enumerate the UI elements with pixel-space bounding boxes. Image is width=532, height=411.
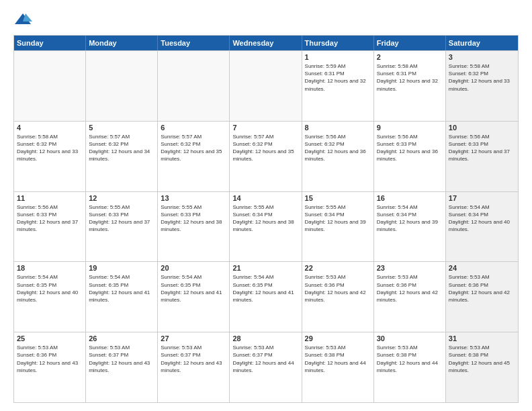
calendar-cell: 29Sunrise: 5:53 AMSunset: 6:38 PMDayligh… — [302, 332, 374, 402]
calendar-cell: 19Sunrise: 5:54 AMSunset: 6:35 PMDayligh… — [86, 262, 158, 332]
cell-text: Sunrise: 5:55 AMSunset: 6:34 PMDaylight:… — [305, 203, 371, 234]
calendar-cell: 20Sunrise: 5:54 AMSunset: 6:35 PMDayligh… — [158, 262, 230, 332]
day-number: 12 — [89, 194, 154, 202]
cell-text: Sunrise: 5:54 AMSunset: 6:35 PMDaylight:… — [232, 273, 298, 304]
cell-text: Sunrise: 5:57 AMSunset: 6:32 PMDaylight:… — [232, 133, 298, 163]
day-number: 21 — [232, 264, 298, 272]
calendar: SundayMondayTuesdayWednesdayThursdayFrid… — [13, 35, 519, 403]
header-day-sunday: Sunday — [14, 36, 86, 50]
calendar-cell: 26Sunrise: 5:53 AMSunset: 6:37 PMDayligh… — [86, 332, 158, 402]
cell-text: Sunrise: 5:54 AMSunset: 6:35 PMDaylight:… — [161, 273, 226, 304]
day-number: 27 — [161, 334, 226, 342]
calendar-body: 1Sunrise: 5:59 AMSunset: 6:31 PMDaylight… — [14, 50, 518, 402]
cell-text: Sunrise: 5:57 AMSunset: 6:32 PMDaylight:… — [161, 133, 226, 163]
page: SundayMondayTuesdayWednesdayThursdayFrid… — [0, 0, 532, 411]
calendar-cell: 10Sunrise: 5:56 AMSunset: 6:33 PMDayligh… — [446, 122, 518, 191]
day-number: 9 — [377, 124, 443, 132]
day-number: 22 — [305, 264, 371, 272]
logo — [13, 11, 35, 30]
day-number: 18 — [17, 264, 83, 272]
calendar-cell: 25Sunrise: 5:53 AMSunset: 6:36 PMDayligh… — [14, 332, 86, 402]
header-day-monday: Monday — [86, 36, 158, 50]
day-number: 26 — [89, 334, 154, 342]
day-number: 6 — [161, 124, 226, 132]
cell-text: Sunrise: 5:57 AMSunset: 6:32 PMDaylight:… — [89, 133, 154, 163]
calendar-cell — [86, 51, 158, 121]
cell-text: Sunrise: 5:56 AMSunset: 6:33 PMDaylight:… — [377, 133, 443, 163]
day-number: 1 — [305, 53, 371, 61]
day-number: 17 — [449, 194, 515, 202]
day-number: 23 — [377, 264, 443, 272]
day-number: 28 — [232, 334, 298, 342]
calendar-cell — [14, 51, 86, 121]
day-number: 15 — [305, 194, 371, 202]
calendar-cell: 12Sunrise: 5:55 AMSunset: 6:33 PMDayligh… — [86, 192, 158, 262]
calendar-row-2: 4Sunrise: 5:58 AMSunset: 6:32 PMDaylight… — [14, 121, 518, 191]
day-number: 29 — [305, 334, 371, 342]
cell-text: Sunrise: 5:58 AMSunset: 6:32 PMDaylight:… — [449, 62, 515, 93]
calendar-cell: 31Sunrise: 5:53 AMSunset: 6:38 PMDayligh… — [446, 332, 518, 402]
cell-text: Sunrise: 5:56 AMSunset: 6:32 PMDaylight:… — [305, 133, 371, 163]
cell-text: Sunrise: 5:58 AMSunset: 6:32 PMDaylight:… — [17, 133, 83, 163]
day-number: 2 — [377, 53, 443, 61]
calendar-cell: 1Sunrise: 5:59 AMSunset: 6:31 PMDaylight… — [302, 51, 374, 121]
calendar-cell: 9Sunrise: 5:56 AMSunset: 6:33 PMDaylight… — [374, 122, 446, 191]
header-day-wednesday: Wednesday — [230, 36, 302, 50]
calendar-row-5: 25Sunrise: 5:53 AMSunset: 6:36 PMDayligh… — [14, 332, 518, 402]
day-number: 31 — [449, 334, 515, 342]
header-day-thursday: Thursday — [302, 36, 374, 50]
calendar-cell: 2Sunrise: 5:58 AMSunset: 6:31 PMDaylight… — [374, 51, 446, 121]
calendar-cell: 28Sunrise: 5:53 AMSunset: 6:37 PMDayligh… — [230, 332, 302, 402]
calendar-cell: 11Sunrise: 5:56 AMSunset: 6:33 PMDayligh… — [14, 192, 86, 262]
calendar-row-4: 18Sunrise: 5:54 AMSunset: 6:35 PMDayligh… — [14, 261, 518, 332]
calendar-cell: 17Sunrise: 5:54 AMSunset: 6:34 PMDayligh… — [446, 192, 518, 262]
cell-text: Sunrise: 5:53 AMSunset: 6:38 PMDaylight:… — [305, 344, 371, 374]
cell-text: Sunrise: 5:54 AMSunset: 6:35 PMDaylight:… — [17, 273, 83, 304]
svg-marker-1 — [23, 13, 32, 21]
day-number: 25 — [17, 334, 83, 342]
cell-text: Sunrise: 5:55 AMSunset: 6:33 PMDaylight:… — [89, 203, 154, 234]
cell-text: Sunrise: 5:53 AMSunset: 6:37 PMDaylight:… — [161, 344, 226, 374]
header-day-saturday: Saturday — [446, 36, 518, 50]
calendar-cell: 8Sunrise: 5:56 AMSunset: 6:32 PMDaylight… — [302, 122, 374, 191]
cell-text: Sunrise: 5:56 AMSunset: 6:33 PMDaylight:… — [17, 203, 83, 234]
day-number: 30 — [377, 334, 443, 342]
day-number: 10 — [449, 124, 515, 132]
cell-text: Sunrise: 5:55 AMSunset: 6:33 PMDaylight:… — [161, 203, 226, 234]
day-number: 24 — [449, 264, 515, 272]
day-number: 16 — [377, 194, 443, 202]
calendar-cell: 22Sunrise: 5:53 AMSunset: 6:36 PMDayligh… — [302, 262, 374, 332]
calendar-cell: 23Sunrise: 5:53 AMSunset: 6:36 PMDayligh… — [374, 262, 446, 332]
cell-text: Sunrise: 5:53 AMSunset: 6:36 PMDaylight:… — [377, 273, 443, 304]
cell-text: Sunrise: 5:59 AMSunset: 6:31 PMDaylight:… — [305, 62, 371, 93]
calendar-cell: 13Sunrise: 5:55 AMSunset: 6:33 PMDayligh… — [158, 192, 230, 262]
calendar-row-3: 11Sunrise: 5:56 AMSunset: 6:33 PMDayligh… — [14, 191, 518, 262]
day-number: 20 — [161, 264, 226, 272]
calendar-row-1: 1Sunrise: 5:59 AMSunset: 6:31 PMDaylight… — [14, 50, 518, 121]
calendar-cell: 18Sunrise: 5:54 AMSunset: 6:35 PMDayligh… — [14, 262, 86, 332]
calendar-cell: 14Sunrise: 5:55 AMSunset: 6:34 PMDayligh… — [230, 192, 302, 262]
day-number: 11 — [17, 194, 83, 202]
calendar-cell: 16Sunrise: 5:54 AMSunset: 6:34 PMDayligh… — [374, 192, 446, 262]
day-number: 5 — [89, 124, 154, 132]
day-number: 14 — [232, 194, 298, 202]
cell-text: Sunrise: 5:53 AMSunset: 6:38 PMDaylight:… — [377, 344, 443, 374]
cell-text: Sunrise: 5:53 AMSunset: 6:36 PMDaylight:… — [449, 273, 515, 304]
cell-text: Sunrise: 5:56 AMSunset: 6:33 PMDaylight:… — [449, 133, 515, 163]
calendar-cell: 5Sunrise: 5:57 AMSunset: 6:32 PMDaylight… — [86, 122, 158, 191]
header-day-tuesday: Tuesday — [158, 36, 230, 50]
cell-text: Sunrise: 5:53 AMSunset: 6:36 PMDaylight:… — [17, 344, 83, 374]
cell-text: Sunrise: 5:53 AMSunset: 6:36 PMDaylight:… — [305, 273, 371, 304]
cell-text: Sunrise: 5:53 AMSunset: 6:37 PMDaylight:… — [232, 344, 298, 374]
header — [13, 11, 519, 30]
calendar-cell — [158, 51, 230, 121]
day-number: 19 — [89, 264, 154, 272]
calendar-cell: 4Sunrise: 5:58 AMSunset: 6:32 PMDaylight… — [14, 122, 86, 191]
calendar-cell: 3Sunrise: 5:58 AMSunset: 6:32 PMDaylight… — [446, 51, 518, 121]
header-day-friday: Friday — [374, 36, 446, 50]
calendar-cell: 27Sunrise: 5:53 AMSunset: 6:37 PMDayligh… — [158, 332, 230, 402]
calendar-cell: 21Sunrise: 5:54 AMSunset: 6:35 PMDayligh… — [230, 262, 302, 332]
calendar-cell — [230, 51, 302, 121]
calendar-cell: 15Sunrise: 5:55 AMSunset: 6:34 PMDayligh… — [302, 192, 374, 262]
calendar-cell: 6Sunrise: 5:57 AMSunset: 6:32 PMDaylight… — [158, 122, 230, 191]
